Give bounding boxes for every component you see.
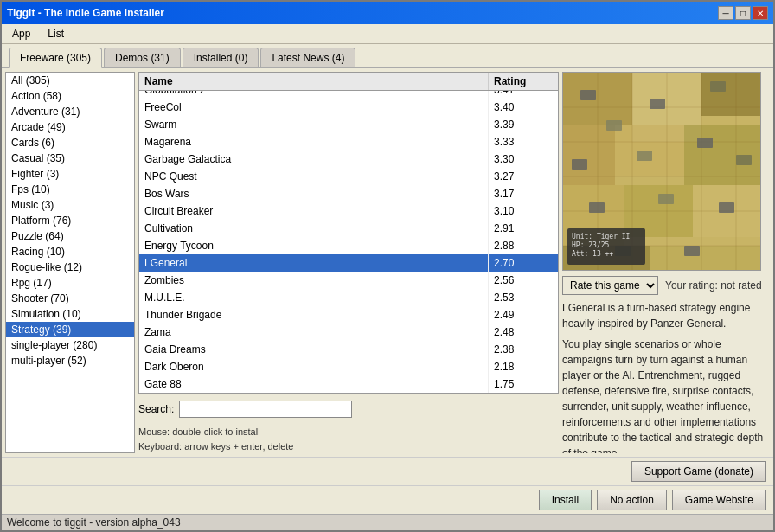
game-name-cell: NPC Quest [139, 168, 489, 185]
search-input[interactable] [179, 401, 352, 418]
table-row[interactable]: Gaia Dreams 2.38 [139, 341, 558, 358]
category-item[interactable]: All (305) [6, 73, 134, 88]
tab-installed[interactable]: Installed (0) [183, 48, 259, 67]
table-row[interactable]: LGeneral 2.70 [139, 254, 558, 272]
maximize-button[interactable]: □ [735, 6, 751, 20]
menu-bar: App List [2, 24, 773, 44]
svg-rect-30 [589, 202, 605, 213]
table-row[interactable]: Energy Tycoon 2.88 [139, 237, 558, 254]
game-name-cell: LGeneral [139, 254, 489, 272]
game-list-body[interactable]: TripleA 3.78Frozzd 3.78OpenRA 3.77Moon I… [139, 91, 558, 393]
category-item[interactable]: Puzzle (64) [6, 228, 134, 244]
table-row[interactable]: FreeCol 3.40 [139, 99, 558, 116]
status-text: Welcome to tiggit - version alpha_043 [7, 516, 181, 529]
table-row[interactable]: Gate 88 1.75 [139, 375, 558, 393]
category-item[interactable]: Fps (10) [6, 182, 134, 197]
map-svg: Unit: Tiger II HP: 23/25 Att: 13 ++ [563, 73, 761, 271]
category-item[interactable]: Fighter (3) [6, 166, 134, 182]
game-name-cell: Circuit Breaker [139, 202, 489, 220]
svg-rect-28 [697, 138, 713, 148]
rate-game-select[interactable]: Rate this game [562, 276, 658, 295]
category-item[interactable]: Arcade (49) [6, 119, 134, 135]
game-rating-cell: 3.30 [489, 151, 558, 168]
table-row[interactable]: Globulation 2 3.41 [139, 91, 558, 99]
title-bar: Tiggit - The Indie Game Installer ─ □ ✕ [2, 2, 773, 24]
category-item[interactable]: Racing (10) [6, 244, 134, 260]
hint-line2: Keyboard: arrow keys + enter, delete [138, 439, 559, 454]
tab-demos[interactable]: Demos (31) [104, 48, 181, 67]
category-item[interactable]: Rogue-like (12) [6, 260, 134, 275]
game-name-cell: Gaia Dreams [139, 341, 489, 358]
category-item[interactable]: Action (58) [6, 88, 134, 104]
search-area: Search: [138, 397, 559, 421]
category-item[interactable]: single-player (280) [6, 337, 134, 353]
game-rating-cell: 3.10 [489, 202, 558, 220]
game-rating-cell: 2.53 [489, 289, 558, 306]
table-row[interactable]: Magarena 3.33 [139, 133, 558, 151]
svg-text:Unit: Tiger II: Unit: Tiger II [572, 233, 631, 240]
game-rating-cell: 2.88 [489, 237, 558, 254]
category-item[interactable]: Shooter (70) [6, 291, 134, 306]
tab-latest-news[interactable]: Latest News (4) [260, 48, 355, 67]
game-list-header: Name Rating [139, 73, 558, 91]
table-row[interactable]: Thunder Brigade 2.49 [139, 306, 558, 324]
game-rating-cell: 2.18 [489, 358, 558, 375]
menu-list[interactable]: List [41, 26, 71, 42]
game-rating-cell: 3.41 [489, 91, 558, 99]
table-row[interactable]: Bos Wars 3.17 [139, 185, 558, 202]
game-description: LGeneral is a turn-based strategy engine… [562, 300, 770, 453]
game-rating-cell: 2.70 [489, 254, 558, 272]
menu-app[interactable]: App [5, 26, 37, 42]
no-action-button[interactable]: No action [597, 490, 667, 510]
table-row[interactable]: Cultivation 2.91 [139, 220, 558, 237]
hint-line1: Mouse: double-click to install [138, 425, 559, 439]
game-preview-image: Unit: Tiger II HP: 23/25 Att: 13 ++ [563, 73, 760, 270]
game-name-cell: Zama [139, 324, 489, 341]
game-rating-cell: 3.17 [489, 185, 558, 202]
table-row[interactable]: Garbage Galactica 3.30 [139, 151, 558, 168]
svg-marker-4 [563, 125, 615, 185]
category-item[interactable]: Strategy (39) [6, 322, 134, 337]
game-rating-cell: 2.49 [489, 306, 558, 324]
game-name-cell: Energy Tycoon [139, 237, 489, 254]
category-item[interactable]: Casual (35) [6, 151, 134, 166]
category-item[interactable]: Cards (6) [6, 135, 134, 151]
column-rating-header: Rating [489, 73, 558, 90]
game-name-cell: Dark Oberon [139, 358, 489, 375]
game-name-cell: Swarm [139, 116, 489, 133]
category-list: All (305)Action (58)Adventure (31)Arcade… [5, 72, 135, 453]
table-row[interactable]: Zama 2.48 [139, 324, 558, 341]
install-button[interactable]: Install [539, 490, 592, 510]
close-button[interactable]: ✕ [753, 6, 768, 20]
table-row[interactable]: M.U.L.E. 2.53 [139, 289, 558, 306]
game-rating-cell: 3.33 [489, 133, 558, 151]
category-item[interactable]: Simulation (10) [6, 306, 134, 322]
svg-marker-11 [650, 246, 761, 271]
category-item[interactable]: Adventure (31) [6, 104, 134, 119]
table-row[interactable]: NPC Quest 3.27 [139, 168, 558, 185]
svg-text:HP: 23/25: HP: 23/25 [572, 241, 610, 249]
minimize-button[interactable]: ─ [718, 6, 733, 20]
game-website-button[interactable]: Game Website [672, 490, 766, 510]
game-rating-cell: 1.75 [489, 375, 558, 393]
content-area: All (305)Action (58)Adventure (31)Arcade… [2, 68, 773, 457]
column-name-header: Name [139, 73, 489, 90]
support-button[interactable]: Support Game (donate) [631, 461, 766, 482]
action-bar: Support Game (donate) [2, 457, 773, 485]
table-row[interactable]: Circuit Breaker 3.10 [139, 202, 558, 220]
tab-freeware[interactable]: Freeware (305) [9, 48, 102, 68]
table-row[interactable]: Dark Oberon 2.18 [139, 358, 558, 375]
game-name-cell: FreeCol [139, 99, 489, 116]
category-item[interactable]: Platform (76) [6, 213, 134, 228]
svg-rect-34 [684, 246, 700, 256]
svg-rect-26 [572, 159, 587, 170]
tab-bar: Freeware (305) Demos (31) Installed (0) … [2, 44, 773, 68]
game-rating-cell: 2.38 [489, 341, 558, 358]
table-row[interactable]: Zombies 2.56 [139, 272, 558, 289]
svg-rect-22 [580, 90, 596, 100]
game-name-cell: M.U.L.E. [139, 289, 489, 306]
table-row[interactable]: Swarm 3.39 [139, 116, 558, 133]
category-item[interactable]: Music (3) [6, 197, 134, 213]
category-item[interactable]: Rpg (17) [6, 275, 134, 291]
category-item[interactable]: multi-player (52) [6, 353, 134, 369]
